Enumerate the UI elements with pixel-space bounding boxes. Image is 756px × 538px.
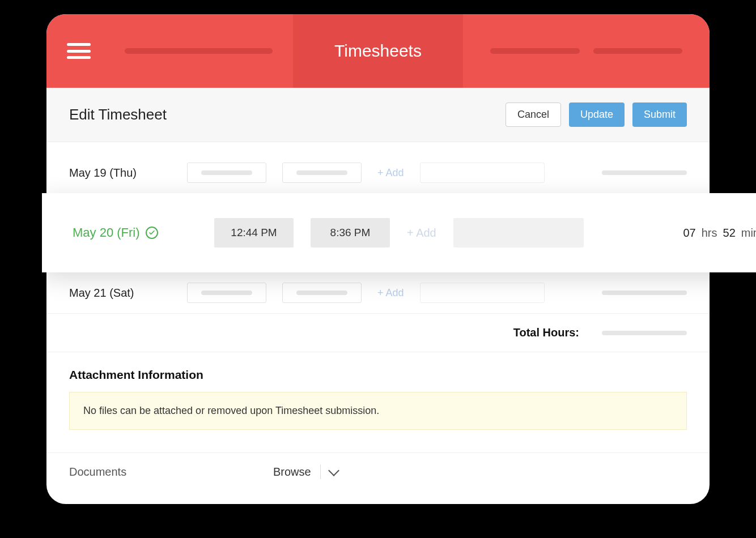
cancel-button[interactable]: Cancel [506, 103, 561, 127]
chevron-down-icon [328, 465, 339, 476]
total-hours-placeholder [602, 331, 687, 335]
notes-input[interactable] [420, 163, 545, 183]
header-right-placeholder-1 [490, 48, 580, 54]
sub-header: Edit Timesheet Cancel Update Submit [46, 88, 710, 142]
header-right-section [463, 14, 710, 88]
top-header: Timesheets [46, 14, 710, 88]
header-left-section [46, 14, 293, 88]
start-time-input[interactable] [187, 283, 266, 303]
duration-mins-unit: mins [741, 227, 756, 240]
documents-label: Documents [69, 466, 250, 479]
documents-row: Documents Browse [46, 452, 710, 504]
header-center-tab[interactable]: Timesheets [293, 14, 463, 88]
start-time-input[interactable]: 12:44 PM [214, 218, 294, 247]
date-label: May 21 (Sat) [69, 287, 171, 300]
approved-check-icon [146, 227, 158, 239]
notes-input[interactable] [453, 218, 584, 247]
placeholder-bar [201, 291, 252, 295]
timesheet-rows: May 19 (Thu) + Add May 20 (Fri) 12:44 PM… [46, 142, 710, 313]
app-window: Timesheets Edit Timesheet Cancel Update … [46, 14, 710, 504]
end-time-input[interactable] [282, 283, 362, 303]
end-time-input[interactable] [282, 163, 362, 183]
total-hours-label: Total Hours: [513, 326, 579, 339]
duration-display: 07 hrs 52 mins [683, 227, 756, 240]
timesheet-row-active-wrap: May 20 (Fri) 12:44 PM 8:36 PM + Add 07 h… [46, 193, 710, 272]
update-button[interactable]: Update [569, 103, 625, 127]
timesheet-row: May 19 (Thu) + Add [46, 152, 710, 193]
hamburger-menu-icon[interactable] [67, 43, 91, 59]
add-entry-button[interactable]: + Add [377, 287, 404, 299]
attachment-warning: No files can be attached or removed upon… [69, 392, 687, 430]
duration-mins-number: 52 [723, 227, 736, 240]
end-time-input[interactable]: 8:36 PM [311, 218, 390, 247]
add-entry-button[interactable]: + Add [377, 167, 404, 179]
placeholder-bar [296, 170, 347, 175]
browse-dropdown[interactable]: Browse [273, 464, 338, 479]
browse-label: Browse [273, 466, 311, 479]
attachment-title: Attachment Information [69, 368, 687, 382]
total-hours-row: Total Hours: [46, 313, 710, 352]
placeholder-bar [296, 291, 347, 295]
timesheet-row-active: May 20 (Fri) 12:44 PM 8:36 PM + Add 07 h… [42, 193, 756, 272]
header-right-placeholder-2 [593, 48, 683, 54]
header-left-placeholder [125, 48, 273, 54]
header-title: Timesheets [334, 41, 422, 61]
add-entry-button[interactable]: + Add [407, 227, 436, 240]
duration-placeholder [602, 170, 687, 175]
duration-hours-unit: hrs [702, 227, 717, 240]
notes-input[interactable] [420, 283, 545, 303]
date-text: May 20 (Fri) [73, 225, 140, 240]
placeholder-bar [201, 170, 252, 175]
timesheet-row: May 21 (Sat) + Add [46, 272, 710, 313]
attachment-section: Attachment Information No files can be a… [46, 352, 710, 441]
date-label: May 19 (Thu) [69, 166, 171, 180]
page-title: Edit Timesheet [69, 106, 167, 123]
submit-button[interactable]: Submit [632, 103, 687, 127]
date-label-active: May 20 (Fri) [73, 225, 197, 240]
duration-placeholder [602, 291, 687, 295]
action-buttons: Cancel Update Submit [506, 103, 687, 127]
separator [320, 464, 321, 479]
duration-hours-number: 07 [683, 227, 695, 240]
start-time-input[interactable] [187, 163, 266, 183]
